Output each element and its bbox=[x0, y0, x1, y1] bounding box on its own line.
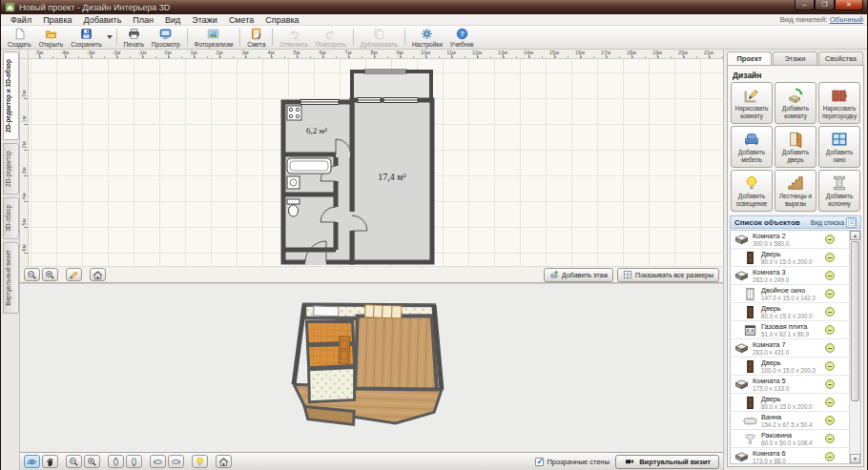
rotate-up-button[interactable] bbox=[108, 455, 124, 468]
visibility-eye-icon[interactable] bbox=[825, 361, 835, 371]
plan-2d-canvas[interactable]: 6,2 м² 17,4 м² bbox=[29, 59, 723, 266]
visibility-eye-icon[interactable] bbox=[825, 343, 835, 353]
view-panels-link[interactable]: Обычный bbox=[830, 15, 863, 24]
object-row[interactable]: Дверь100.0 x 15.0 x 200.0 bbox=[731, 358, 849, 376]
toolbar-button-label: Сохранить bbox=[71, 41, 101, 48]
draw-partition-button[interactable]: Нарисовать перегородку bbox=[818, 82, 860, 124]
menu-файл[interactable]: Файл bbox=[5, 15, 37, 25]
ruler-minor-tick bbox=[490, 56, 491, 58]
toolbar-settings-button[interactable]: Настройки bbox=[408, 27, 446, 48]
reset-camera-button[interactable] bbox=[216, 455, 232, 468]
object-row[interactable]: Двойное окно147.0 x 15.0 x 142.0 bbox=[731, 285, 849, 303]
toolbar-duplicate-button[interactable]: Дублировать bbox=[357, 27, 402, 48]
object-row[interactable]: Комната 5173.0 x 133.0 bbox=[731, 376, 849, 394]
zoom-out-3d-button[interactable] bbox=[66, 455, 82, 468]
viewer-3d-panel[interactable] bbox=[20, 283, 723, 452]
menu-добавить[interactable]: Добавить bbox=[78, 15, 128, 25]
object-name: Комната 3 bbox=[753, 268, 825, 276]
visibility-eye-icon[interactable] bbox=[825, 253, 835, 262]
show-all-sizes-button[interactable]: Показывать все размеры bbox=[617, 268, 719, 282]
lighting-toggle-button[interactable] bbox=[192, 455, 208, 468]
visibility-eye-icon[interactable] bbox=[825, 235, 835, 244]
menu-правка[interactable]: Правка bbox=[37, 15, 77, 25]
toolbar-photorealism-button[interactable]: Фотореализм bbox=[191, 27, 238, 48]
menu-справка[interactable]: Справка bbox=[259, 15, 304, 25]
mode-tab-3[interactable]: 3D-обзор bbox=[3, 197, 19, 239]
toolbar-open-folder-button[interactable]: Открыть bbox=[35, 27, 68, 48]
visibility-eye-icon[interactable] bbox=[825, 434, 835, 443]
menu-план[interactable]: План bbox=[127, 15, 159, 25]
minimize-button[interactable]: – bbox=[795, 0, 815, 10]
scroll-thumb[interactable] bbox=[851, 241, 859, 401]
draw-room-button[interactable]: Нарисовать комнату bbox=[731, 82, 773, 124]
toolbar-preview-button[interactable]: Просмотр bbox=[148, 27, 184, 48]
visibility-eye-icon[interactable] bbox=[825, 379, 835, 389]
toolbar-estimate-button[interactable]: Смета bbox=[243, 27, 269, 48]
furniture-button[interactable]: Добавить мебель bbox=[731, 126, 773, 168]
tab-этажи[interactable]: Этажи bbox=[773, 51, 817, 65]
visibility-eye-icon[interactable] bbox=[825, 416, 835, 425]
orbit-left-button[interactable] bbox=[150, 455, 166, 468]
add-room-button[interactable]: Добавить комнату bbox=[775, 82, 816, 124]
visibility-eye-icon[interactable] bbox=[825, 307, 835, 317]
toolbar-print-button[interactable]: Печать bbox=[120, 27, 148, 48]
visibility-eye-icon[interactable] bbox=[825, 271, 835, 280]
toolbar-undo-button[interactable]: Отменить bbox=[276, 27, 312, 48]
stairs-button[interactable]: Лестницы и вырезы bbox=[775, 170, 816, 212]
column-button[interactable]: Добавить колонну bbox=[818, 170, 860, 212]
lighting-button[interactable]: Добавить освещение bbox=[731, 170, 773, 212]
measure-button[interactable] bbox=[66, 268, 82, 281]
door-button[interactable]: Добавить дверь bbox=[775, 126, 816, 168]
menu-bar: ФайлПравкаДобавитьПланВидЭтажиСметаСправ… bbox=[1, 14, 867, 26]
object-row[interactable]: Дверь80.0 x 15.0 x 200.0 bbox=[731, 303, 849, 321]
object-row[interactable]: Комната 6173.0 x 88.0 bbox=[731, 448, 849, 464]
menu-смета[interactable]: Смета bbox=[223, 15, 259, 25]
ruler-minor-tick bbox=[465, 56, 465, 58]
object-row[interactable]: Комната 3283.0 x 249.0 bbox=[731, 267, 849, 285]
orbit-mode-button[interactable] bbox=[24, 455, 40, 468]
object-row[interactable]: Дверь80.0 x 15.0 x 200.0 bbox=[731, 394, 849, 412]
orbit-right-button[interactable] bbox=[168, 455, 184, 468]
object-row[interactable]: Ванна154.2 x 67.5 x 50.4 bbox=[731, 412, 849, 430]
visibility-eye-icon[interactable] bbox=[825, 325, 835, 335]
fit-view-button[interactable] bbox=[90, 268, 106, 281]
list-view-icon[interactable] bbox=[846, 217, 857, 228]
pan-mode-button[interactable] bbox=[42, 455, 58, 468]
object-row[interactable]: Газовая плита51.0 x 62.1 x 86.9 bbox=[731, 321, 849, 339]
mode-tab-2[interactable]: 2D-редактор bbox=[3, 143, 19, 194]
window-button[interactable]: Добавить окно bbox=[818, 126, 860, 168]
mode-tab-1[interactable]: 2D-редактор и 3D-обзор bbox=[3, 51, 19, 140]
scroll-up-arrow[interactable]: ▲ bbox=[850, 231, 860, 240]
transparent-walls-checkbox[interactable] bbox=[535, 458, 544, 466]
visibility-eye-icon[interactable] bbox=[825, 452, 835, 461]
scroll-down-arrow[interactable]: ▼ bbox=[850, 454, 860, 463]
zoom-out-button[interactable] bbox=[24, 268, 40, 281]
ruler-tick bbox=[65, 54, 66, 58]
save-dropdown-caret[interactable] bbox=[107, 35, 113, 39]
zoom-in-button[interactable] bbox=[42, 268, 58, 281]
object-row[interactable]: Дверь80.0 x 15.0 x 200.0 bbox=[731, 249, 849, 267]
transparent-walls-label[interactable]: Прозрачные стены bbox=[547, 458, 610, 466]
ruler-tick bbox=[400, 54, 401, 58]
object-row[interactable]: Раковина60.0 x 50.0 x 108.4 bbox=[731, 430, 849, 448]
toolbar-tutorial-button[interactable]: ?Учебник bbox=[446, 27, 478, 48]
draw-partition-icon bbox=[831, 87, 848, 104]
zoom-in-3d-button[interactable] bbox=[84, 455, 100, 468]
virtual-visit-button[interactable]: Виртуальный визит bbox=[615, 455, 719, 469]
menu-этажи[interactable]: Этажи bbox=[186, 15, 223, 25]
toolbar-save-button[interactable]: Сохранить bbox=[67, 27, 105, 48]
ruler-tick bbox=[24, 124, 28, 125]
visibility-eye-icon[interactable] bbox=[825, 289, 835, 298]
mode-tab-4[interactable]: Виртуальный визит bbox=[3, 242, 19, 314]
add-floor-button[interactable]: Добавить этаж bbox=[544, 268, 613, 282]
tab-свойства[interactable]: Свойства bbox=[818, 51, 863, 65]
close-button[interactable]: ✕ bbox=[835, 0, 863, 10]
object-row[interactable]: Комната 7283.0 x 431.0 bbox=[731, 339, 849, 358]
object-row[interactable]: Комната 2300.0 x 580.0 bbox=[731, 231, 849, 249]
toolbar-redo-button[interactable]: Повторить bbox=[312, 27, 350, 48]
menu-вид[interactable]: Вид bbox=[159, 15, 186, 25]
rotate-down-button[interactable] bbox=[126, 455, 142, 468]
toolbar-new-document-button[interactable]: Создать bbox=[4, 27, 35, 48]
visibility-eye-icon[interactable] bbox=[825, 398, 835, 407]
maximize-button[interactable]: ❐ bbox=[815, 0, 835, 10]
